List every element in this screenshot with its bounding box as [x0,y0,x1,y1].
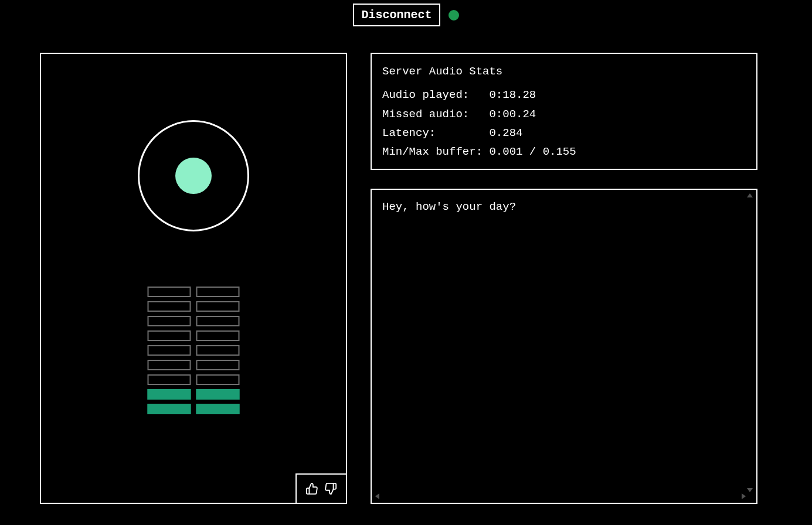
stats-row: Missed audio: 0:00.24 [382,105,746,124]
stats-label: Audio played: [382,88,489,101]
stats-row: Min/Max buffer: 0.001 / 0.155 [382,142,746,161]
stats-row: Latency: 0.284 [382,124,746,142]
app-root: Disconnect Server A [0,0,812,525]
transcript-panel[interactable]: Hey, how's your day? [371,189,757,504]
meter-cell [196,316,240,326]
stats-label: Missed audio: [382,108,489,121]
meter-cell [148,301,191,312]
thumbs-down-icon[interactable] [324,482,337,495]
scroll-down-icon [747,488,753,492]
level-meter [148,287,240,414]
meter-cell [196,389,240,400]
thumbs-up-icon[interactable] [305,482,318,495]
disconnect-button[interactable]: Disconnect [353,4,440,26]
scroll-left-icon [375,493,379,499]
meter-cell [148,345,191,356]
stats-value: 0:18.28 [489,88,536,101]
scroll-right-icon [742,493,746,499]
orb-ring-icon [138,120,249,231]
orb-core-icon [175,158,212,194]
stats-value: 0.001 / 0.155 [489,145,576,158]
meter-cell [196,345,240,356]
scroll-up-icon [747,193,753,197]
stats-title: Server Audio Stats [382,62,746,81]
meter-cell [196,301,240,312]
meter-cell [196,374,240,385]
meter-cell [196,330,240,341]
transcript-text: Hey, how's your day? [382,200,746,213]
meter-cell [148,389,191,400]
audio-visualizer-panel [40,53,347,504]
meter-cell [196,287,240,297]
meter-cell [148,360,191,370]
meter-cell [148,316,191,326]
meter-cell [148,330,191,341]
stats-value: 0:00.24 [489,108,536,121]
stats-label: Latency: [382,127,489,139]
feedback-controls [295,473,346,503]
header: Disconnect [0,4,812,26]
meter-cell [148,404,191,414]
server-audio-stats-panel: Server Audio Stats Audio played: 0:18.28… [371,53,757,170]
connection-status-icon [449,10,459,21]
stats-rows: Audio played: 0:18.28Missed audio: 0:00.… [382,86,746,161]
orb-visualizer [138,120,249,231]
meter-cell [148,374,191,385]
stats-value: 0.284 [489,127,522,139]
stats-row: Audio played: 0:18.28 [382,86,746,104]
meter-cell [148,287,191,297]
meter-cell [196,360,240,370]
stats-label: Min/Max buffer: [382,145,489,158]
meter-cell [196,404,240,414]
